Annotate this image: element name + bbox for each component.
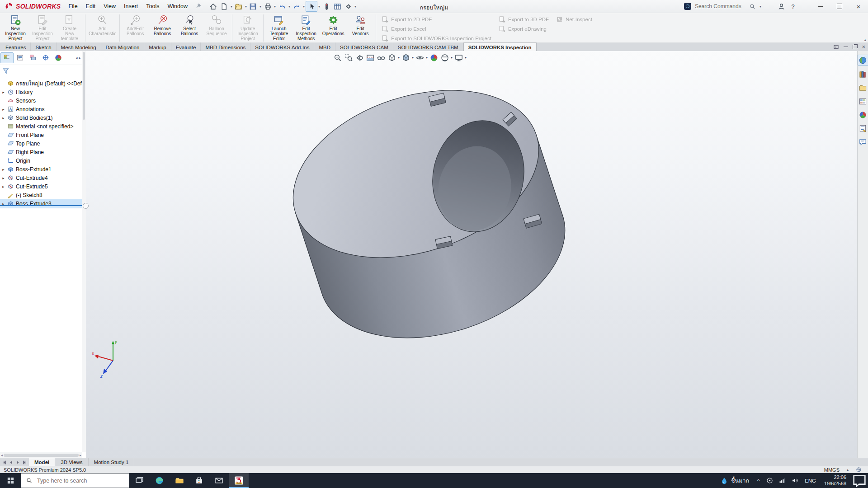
section-view-button[interactable] — [365, 52, 375, 63]
store-app-icon[interactable] — [189, 473, 209, 488]
tree-item-material[interactable]: Material <not specified> — [0, 122, 86, 131]
meet-now-icon[interactable] — [763, 477, 776, 484]
tab-mesh-modeling[interactable]: Mesh Modeling — [57, 42, 101, 51]
search-commands-input[interactable] — [694, 3, 746, 10]
tree-item-top-plane[interactable]: Top Plane — [0, 139, 86, 148]
close-button[interactable]: × — [849, 0, 868, 13]
tab-markup[interactable]: Markup — [144, 42, 171, 51]
zoom-to-area-button[interactable] — [343, 52, 354, 63]
tree-item-sensors[interactable]: Sensors — [0, 96, 86, 105]
tab-motion-study-1[interactable]: Motion Study 1 — [89, 458, 135, 466]
caret-down-icon[interactable]: ▾ — [464, 56, 467, 60]
menu-tools[interactable]: Tools — [142, 1, 163, 11]
scrollbar-thumb[interactable] — [4, 454, 79, 457]
units-caret-icon[interactable]: ▴ — [847, 468, 849, 472]
rebuild-button[interactable] — [321, 1, 332, 11]
solidworks-resources-tab[interactable] — [858, 55, 868, 66]
export-inspection-project-button[interactable]: Export to SOLIDWORKS Inspection Project — [382, 34, 491, 42]
taskbar-search-input[interactable] — [36, 477, 115, 484]
caret-down-icon[interactable]: ▾ — [397, 56, 400, 60]
export-edrawing-button[interactable]: Export eDrawing — [499, 25, 549, 33]
network-icon[interactable] — [776, 477, 788, 484]
tab-sketch[interactable]: Sketch — [31, 42, 56, 51]
dynamic-annotation-views-button[interactable] — [376, 52, 386, 63]
previous-view-button[interactable] — [354, 52, 364, 63]
caret-down-icon[interactable]: ▾ — [759, 5, 762, 9]
home-button[interactable] — [208, 1, 219, 11]
tab-mbd[interactable]: MBD — [314, 42, 335, 51]
edit-inspection-project-button[interactable]: Edit Inspection Project — [29, 13, 56, 43]
caret-down-icon[interactable]: ▾ — [302, 5, 306, 9]
tab-model[interactable]: Model — [29, 458, 55, 466]
dimxpertmanager-tab[interactable] — [39, 53, 52, 63]
pin-menu-icon[interactable] — [194, 3, 202, 10]
panel-vertical-scrollbar[interactable] — [82, 51, 86, 452]
tree-item-cut-extrude5[interactable]: ▸ Cut-Extrude5 — [0, 182, 86, 191]
tab-solidworks-cam-tbm[interactable]: SOLIDWORKS CAM TBM — [393, 42, 463, 51]
minimize-button[interactable] — [811, 0, 830, 13]
tree-item-solid-bodies[interactable]: ▸ Solid Bodies(1) — [0, 113, 86, 122]
display-style-button[interactable] — [401, 52, 411, 63]
view-settings-button[interactable] — [453, 52, 464, 63]
design-table-button[interactable] — [332, 1, 343, 11]
mail-app-icon[interactable] — [209, 473, 229, 488]
update-inspection-project-button[interactable]: Update Inspection Project — [234, 13, 261, 43]
prev-tab-icon[interactable] — [9, 460, 14, 465]
appearances-scenes-tab[interactable] — [858, 110, 868, 120]
expand-arrow-icon[interactable]: ▸ — [1, 184, 5, 189]
search-commands[interactable]: ▾ — [681, 1, 775, 11]
ribbon-collapse-icon[interactable]: ▴ — [864, 38, 866, 42]
panel-splitter-handle[interactable] — [83, 203, 89, 209]
edit-vendors-button[interactable]: Edit Vendors — [347, 13, 374, 43]
last-tab-icon[interactable] — [22, 460, 27, 465]
edit-operations-button[interactable]: Edit Operations — [320, 13, 347, 43]
solidworks-app-icon[interactable]: 2024 — [229, 473, 249, 488]
scroll-right-icon[interactable]: ▸ — [80, 453, 81, 457]
maximize-button[interactable] — [830, 0, 849, 13]
caret-down-icon[interactable]: ▾ — [230, 5, 233, 9]
expand-arrow-icon[interactable]: ▸ — [1, 90, 5, 94]
scroll-right-icon[interactable]: ▸ — [79, 56, 81, 60]
tree-item-sketch8[interactable]: (-) Sketch8 — [0, 191, 86, 199]
tab-evaluate[interactable]: Evaluate — [171, 42, 201, 51]
save-button[interactable] — [248, 1, 259, 11]
start-button[interactable] — [0, 473, 21, 488]
scroll-left-icon[interactable]: ◂ — [1, 453, 3, 457]
undo-button[interactable] — [277, 1, 288, 11]
new-inspection-project-button[interactable]: New Inspection Project — [2, 13, 29, 43]
3d-model-cylinder[interactable]: y x z — [86, 51, 857, 458]
export-excel-button[interactable]: Export to Excel — [382, 25, 491, 33]
custom-properties-tab[interactable] — [858, 123, 868, 133]
featuremanager-tab[interactable] — [0, 52, 14, 63]
doc-restore-icon[interactable] — [853, 45, 857, 49]
create-new-template-button[interactable]: Create New template — [56, 13, 83, 43]
caret-down-icon[interactable]: ▾ — [411, 56, 414, 60]
solidworks-forum-tab[interactable] — [858, 137, 868, 147]
displaymanager-tab[interactable] — [52, 53, 64, 63]
edit-inspection-methods-button[interactable]: Edit Inspection Methods — [292, 13, 320, 43]
launch-template-editor-button[interactable]: Launch Template Editor — [265, 13, 292, 43]
view-palette-tab[interactable] — [858, 96, 868, 106]
tree-item-annotations[interactable]: ▸ Annotations — [0, 105, 86, 113]
task-view-button[interactable] — [129, 473, 149, 488]
file-explorer-tab[interactable] — [858, 83, 868, 93]
tree-item-boss-extrude3[interactable]: ▸ Boss-Extrude3 — [0, 199, 86, 208]
tree-item-front-plane[interactable]: Front Plane — [0, 131, 86, 139]
tree-item-history[interactable]: ▸ History — [0, 88, 86, 96]
caret-down-icon[interactable]: ▾ — [259, 5, 262, 9]
tab-solidworks-cam[interactable]: SOLIDWORKS CAM — [335, 42, 393, 51]
menu-insert[interactable]: Insert — [120, 1, 142, 11]
tree-item-right-plane[interactable]: Right Plane — [0, 148, 86, 156]
tab-mbd-dimensions[interactable]: MBD Dimensions — [201, 42, 250, 51]
caret-down-icon[interactable]: ▾ — [273, 5, 277, 9]
next-tab-icon[interactable] — [15, 460, 20, 465]
tab-3d-views[interactable]: 3D Views — [55, 458, 88, 466]
file-explorer-app-icon[interactable] — [169, 473, 189, 488]
doc-close-icon[interactable]: × — [862, 43, 865, 50]
action-center-icon[interactable] — [851, 472, 868, 488]
user-account-button[interactable] — [776, 1, 787, 11]
help-button[interactable]: ? — [788, 1, 798, 11]
remove-balloons-button[interactable]: Remove Balloons — [149, 13, 176, 43]
export-3d-pdf-button[interactable]: Export to 3D PDF — [499, 15, 549, 23]
expand-arrow-icon[interactable]: ▸ — [1, 116, 5, 120]
